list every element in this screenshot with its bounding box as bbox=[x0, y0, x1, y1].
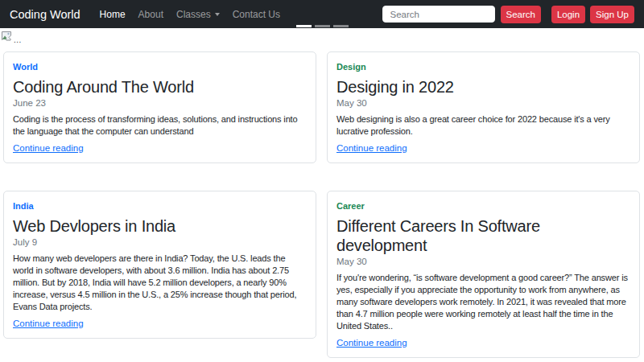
navbar: Coding World Home About Classes Contact … bbox=[0, 0, 644, 28]
article-excerpt: Coding is the process of transforming id… bbox=[13, 113, 307, 138]
nav-item-about[interactable]: About bbox=[132, 9, 170, 20]
nav-item-classes-label: Classes bbox=[176, 9, 211, 20]
continue-reading-link[interactable]: Continue reading bbox=[13, 319, 84, 328]
broken-image-icon bbox=[2, 30, 12, 44]
article-date: June 23 bbox=[13, 98, 307, 108]
carousel-indicator-2[interactable] bbox=[315, 25, 330, 27]
article-date: July 9 bbox=[13, 237, 307, 247]
broken-image-alt-text: ... bbox=[14, 36, 22, 44]
article-title: Different Careers In Software developmen… bbox=[336, 216, 630, 255]
article-excerpt: How many web developers are there in Ind… bbox=[13, 253, 307, 313]
carousel-indicator-1[interactable] bbox=[296, 25, 312, 27]
chevron-down-icon bbox=[215, 13, 220, 16]
category-tag[interactable]: Design bbox=[336, 62, 630, 72]
article-card-world: World Coding Around The World June 23 Co… bbox=[3, 51, 316, 163]
search-button[interactable]: Search bbox=[501, 6, 541, 23]
search-input[interactable] bbox=[382, 6, 495, 23]
article-card-design: Design Desiging in 2022 May 30 Web desig… bbox=[327, 51, 640, 163]
login-button[interactable]: Login bbox=[551, 6, 585, 23]
articles-grid: World Coding Around The World June 23 Co… bbox=[3, 51, 640, 358]
carousel-indicators bbox=[296, 25, 349, 27]
navbar-actions: Search Login Sign Up bbox=[382, 6, 635, 23]
continue-reading-link[interactable]: Continue reading bbox=[336, 338, 407, 348]
article-excerpt: If you're wondering, “is software develo… bbox=[336, 272, 630, 332]
article-title: Coding Around The World bbox=[13, 77, 307, 97]
nav-item-contact-us[interactable]: Contact Us bbox=[226, 9, 287, 20]
category-tag[interactable]: World bbox=[13, 62, 307, 72]
continue-reading-link[interactable]: Continue reading bbox=[336, 143, 407, 153]
article-date: May 30 bbox=[336, 257, 630, 266]
continue-reading-link[interactable]: Continue reading bbox=[13, 143, 84, 153]
main-nav: Home About Classes Contact Us bbox=[93, 9, 287, 20]
carousel-indicator-3[interactable] bbox=[333, 25, 349, 27]
article-date: May 30 bbox=[336, 98, 630, 108]
signup-button[interactable]: Sign Up bbox=[590, 6, 634, 23]
article-title: Desiging in 2022 bbox=[336, 77, 630, 97]
nav-item-home[interactable]: Home bbox=[93, 9, 132, 20]
article-excerpt: Web designing is also a great career cho… bbox=[336, 113, 630, 138]
brand-logo[interactable]: Coding World bbox=[10, 8, 80, 21]
broken-carousel-image: ... bbox=[2, 30, 22, 44]
article-title: Web Devlopers in India bbox=[13, 216, 307, 236]
article-card-career: Career Different Careers In Software dev… bbox=[327, 191, 640, 358]
category-tag[interactable]: India bbox=[13, 201, 307, 211]
nav-item-classes[interactable]: Classes bbox=[170, 9, 226, 20]
category-tag[interactable]: Career bbox=[336, 201, 630, 211]
article-card-india: India Web Devlopers in India July 9 How … bbox=[3, 191, 316, 339]
